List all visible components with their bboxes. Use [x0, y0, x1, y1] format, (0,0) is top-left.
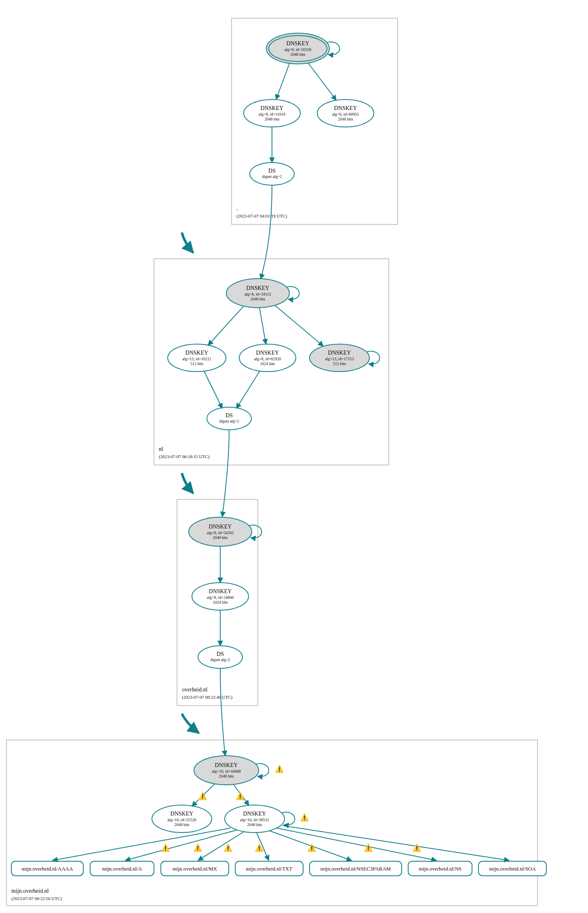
warning-icon: ⚠️	[193, 843, 202, 852]
zone-time-nl: (2023-07-07 06:18:15 UTC)	[159, 454, 210, 459]
zone-time-root: (2023-07-07 04:01:19 UTC)	[236, 213, 287, 219]
zone-transition-icon	[182, 232, 193, 253]
svg-text:2048 bits: 2048 bits	[251, 297, 266, 301]
warning-icon: ⚠️	[364, 843, 373, 852]
leaf-soa: mijn.overheid.nl/SOA	[478, 861, 546, 876]
node-mj-ksk: DNSKEY alg=10, id=44088 2048 bits	[194, 756, 269, 785]
svg-text:mijn.overheid.nl/TXT: mijn.overheid.nl/TXT	[246, 866, 293, 872]
svg-text:alg=8, id=60955: alg=8, id=60955	[332, 112, 359, 116]
edge	[275, 305, 323, 346]
svg-text:alg=13, id=17153: alg=13, id=17153	[325, 357, 354, 361]
warning-icon: ⚠️	[300, 813, 309, 822]
svg-text:2048 bits: 2048 bits	[247, 822, 262, 827]
dnssec-chain-diagram: . (2023-07-07 04:01:19 UTC) DNSKEY alg=8…	[0, 0, 588, 913]
node-nl-k3: DNSKEY alg=13, id=17153 512 bits	[310, 344, 379, 372]
edge	[204, 371, 222, 408]
svg-text:DNSKEY: DNSKEY	[209, 524, 232, 530]
node-ov-zsk: DNSKEY alg=8, id=24660 1024 bits	[192, 583, 249, 610]
svg-text:alg=13, id=10212: alg=13, id=10212	[182, 357, 211, 361]
node-root-zsk2: DNSKEY alg=8, id=60955 2048 bits	[317, 99, 374, 127]
leaf-a: mijn.overheid.nl/A	[90, 861, 154, 876]
svg-text:mijn.overheid.nl/NS: mijn.overheid.nl/NS	[419, 866, 462, 872]
edge	[283, 826, 509, 860]
svg-text:2048 bits: 2048 bits	[219, 774, 234, 778]
node-mj-z1: DNSKEY alg=10, id=25526 2048 bits	[152, 805, 212, 833]
warning-icon: ⚠️	[236, 792, 245, 801]
edge	[276, 63, 290, 99]
svg-text:DNSKEY: DNSKEY	[256, 350, 279, 356]
svg-point-13	[250, 163, 294, 185]
svg-text:DNSKEY: DNSKEY	[215, 762, 238, 768]
edge	[236, 371, 260, 408]
warning-icon: ⚠️	[275, 765, 284, 774]
zone-label-overheid: overheid.nl	[182, 687, 207, 693]
svg-text:alg=8, id=54262: alg=8, id=54262	[207, 530, 234, 535]
svg-text:512 bits: 512 bits	[190, 361, 203, 366]
svg-text:DNSKEY: DNSKEY	[261, 105, 284, 111]
svg-text:512 bits: 512 bits	[333, 361, 346, 366]
edge	[220, 668, 225, 756]
svg-text:alg=8, id=34112: alg=8, id=34112	[244, 292, 271, 296]
warning-icon: ⚠️	[223, 843, 233, 852]
leaf-txt: mijn.overheid.nl/TXT	[235, 861, 303, 876]
node-nl-ds: DS digest alg=2	[207, 407, 251, 430]
warning-icon: ⚠️	[307, 843, 316, 852]
svg-text:1024 bits: 1024 bits	[213, 600, 228, 604]
leaf-mx: mijn.overheid.nl/MX	[161, 861, 229, 876]
warning-icon: ⚠️	[255, 843, 264, 852]
svg-text:DNSKEY: DNSKEY	[185, 350, 209, 356]
node-root-ds: DS digest alg=2	[250, 163, 294, 185]
edge	[222, 430, 229, 517]
svg-text:DNSKEY: DNSKEY	[171, 811, 194, 817]
svg-text:2048 bits: 2048 bits	[291, 52, 306, 57]
node-nl-ksk: DNSKEY alg=8, id=34112 2048 bits	[226, 279, 299, 308]
svg-text:DS: DS	[268, 168, 276, 174]
svg-text:alg=8, id=11019: alg=8, id=11019	[259, 112, 285, 116]
node-ov-ksk: DNSKEY alg=8, id=54262 2048 bits	[189, 517, 261, 546]
zone-transition-icon	[182, 714, 199, 733]
svg-text:DNSKEY: DNSKEY	[328, 350, 351, 356]
svg-text:DNSKEY: DNSKEY	[243, 811, 266, 817]
svg-text:mijn.overheid.nl/A: mijn.overheid.nl/A	[102, 866, 143, 872]
zone-time-overheid: (2023-07-07 08:22:46 UTC)	[182, 695, 233, 700]
edge	[261, 185, 272, 279]
edge	[259, 308, 266, 344]
node-root-zsk1: DNSKEY alg=8, id=11019 2048 bits	[244, 99, 300, 127]
svg-text:mijn.overheid.nl/NSEC3PARAM: mijn.overheid.nl/NSEC3PARAM	[320, 866, 391, 872]
warning-icon: ⚠️	[412, 843, 422, 852]
svg-text:alg=8, id=24660: alg=8, id=24660	[207, 595, 234, 600]
svg-text:digest alg=2: digest alg=2	[262, 174, 282, 179]
node-nl-k2: DNSKEY alg=8, id=62920 1024 bits	[239, 344, 296, 372]
warning-icon: ⚠️	[198, 792, 207, 801]
zone-label-nl: nl	[159, 446, 163, 452]
node-mj-z2: DNSKEY alg=10, id=38531 2048 bits	[225, 805, 295, 833]
svg-text:1024 bits: 1024 bits	[260, 361, 275, 366]
svg-text:2048 bits: 2048 bits	[213, 535, 228, 540]
svg-text:DNSKEY: DNSKEY	[209, 588, 232, 594]
svg-point-32	[207, 407, 251, 430]
svg-text:2048 bits: 2048 bits	[175, 822, 190, 827]
svg-text:digest alg=2: digest alg=2	[210, 657, 230, 662]
zone-label-root: .	[236, 205, 238, 211]
edge	[308, 63, 336, 100]
warning-icon: ⚠️	[161, 843, 170, 852]
svg-point-43	[198, 646, 242, 668]
svg-text:mijn.overheid.nl/AAAA: mijn.overheid.nl/AAAA	[21, 866, 73, 872]
svg-text:alg=8, id=62920: alg=8, id=62920	[254, 357, 281, 361]
svg-text:2048 bits: 2048 bits	[338, 117, 353, 121]
zone-label-mijn: mijn.overheid.nl	[11, 888, 49, 894]
svg-text:mijn.overheid.nl/SOA: mijn.overheid.nl/SOA	[489, 866, 536, 872]
edge	[53, 828, 230, 860]
edge	[208, 306, 244, 345]
svg-text:DNSKEY: DNSKEY	[247, 285, 270, 291]
svg-text:2048 bits: 2048 bits	[265, 117, 280, 121]
svg-text:DNSKEY: DNSKEY	[287, 40, 310, 46]
svg-text:alg=8, id=20326: alg=8, id=20326	[285, 47, 311, 52]
svg-text:DS: DS	[226, 412, 233, 418]
leaf-aaaa: mijn.overheid.nl/AAAA	[11, 861, 83, 876]
svg-text:digest alg=2: digest alg=2	[219, 419, 239, 423]
svg-text:alg=10, id=38531: alg=10, id=38531	[240, 818, 269, 822]
svg-text:DNSKEY: DNSKEY	[334, 105, 357, 111]
node-nl-k1: DNSKEY alg=13, id=10212 512 bits	[168, 344, 226, 372]
edge	[125, 830, 236, 860]
